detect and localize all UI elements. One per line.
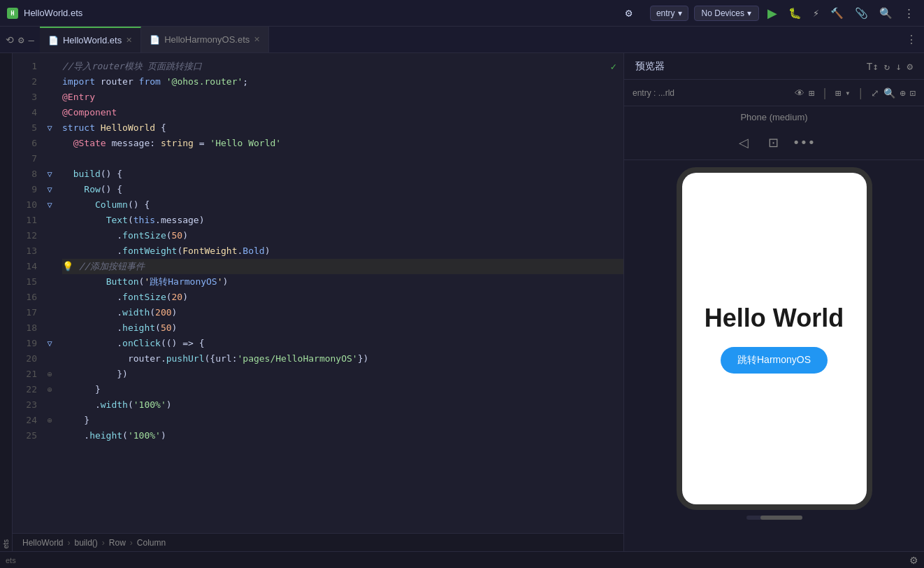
code-line-10: Column() { — [62, 197, 623, 213]
run-button[interactable]: ▶ — [765, 6, 780, 21]
status-file-type: ets — [6, 556, 16, 565]
preview-chevron-icon[interactable]: ▾ — [845, 88, 850, 98]
no-devices-label: No Devices — [702, 8, 744, 18]
tab-helloworld[interactable]: 📄 HelloWorld.ets ✕ — [40, 27, 141, 52]
preview-zoom-in-icon[interactable]: ⊕ — [900, 87, 905, 99]
preview-toolbar-sep-1: | — [821, 86, 828, 99]
tab-harmonyos-close[interactable]: ✕ — [254, 35, 260, 44]
preview-layers-icon[interactable]: ⊞ — [809, 87, 814, 99]
preview-more-icon[interactable]: ••• — [793, 135, 816, 150]
status-gear-icon[interactable]: ⚙ — [909, 555, 918, 566]
breadcrumb-item-2[interactable]: build() — [74, 538, 97, 548]
preview-rotate-button[interactable]: ⊡ — [763, 132, 784, 153]
preview-back-button[interactable]: ◁ — [733, 132, 754, 153]
preview-zoom-out-icon[interactable]: 🔍 — [883, 87, 895, 99]
preview-device-label: Phone (medium) — [624, 106, 924, 125]
tab-helloworld-close[interactable]: ✕ — [126, 36, 132, 45]
code-line-15: Button('跳转HarmonyOS') — [62, 274, 623, 290]
hint-bulb-icon: 💡 — [62, 259, 79, 274]
more-actions-icon[interactable]: ⋮ — [901, 7, 917, 20]
preview-grid-icon[interactable]: ⊞ — [835, 87, 841, 99]
code-line-19: .onClick(() => { — [62, 336, 623, 351]
code-line-8: build() { — [62, 166, 623, 182]
code-line-21: }) — [62, 367, 623, 382]
preview-font-icon[interactable]: T↕ — [867, 61, 879, 72]
code-line-11: Text(this.message) — [62, 213, 623, 228]
code-line-4: @Component — [62, 105, 623, 120]
code-line-25: .height('100%') — [62, 428, 623, 443]
settings-icon[interactable]: ⚙ — [626, 6, 633, 20]
code-line-9: Row() { — [62, 182, 623, 197]
breadcrumb-sep-2: › — [102, 538, 105, 548]
tab-left-actions: ⟲ ⚙ — — [0, 27, 40, 52]
code-line-17: .width(200) — [62, 305, 623, 320]
preview-content: Hello World 跳转HarmonyOS — [624, 160, 924, 551]
project-title: HelloWorld.ets — [24, 8, 82, 18]
profile-icon[interactable]: ⚡ — [810, 7, 822, 20]
code-line-1: //导入router模块 页面跳转接口 ✓ — [62, 59, 623, 74]
breadcrumb-item-3[interactable]: Row — [109, 538, 126, 548]
preview-eye-icon[interactable]: 👁 — [795, 87, 804, 99]
checkmark-icon: ✓ — [611, 59, 616, 74]
code-line-24: } — [62, 413, 623, 428]
code-line-16: .fontSize(20) — [62, 290, 623, 305]
search-icon[interactable]: 🔍 — [876, 7, 895, 20]
no-devices-chevron-icon: ▾ — [747, 8, 751, 18]
tabs-more-button[interactable]: ⋮ — [899, 27, 924, 52]
preview-scrollbar[interactable] — [746, 516, 802, 520]
code-line-2: import router from '@ohos.router'; — [62, 74, 623, 90]
left-sidebar: ets — [0, 53, 13, 551]
tab-file2-icon: 📄 — [150, 35, 160, 45]
code-line-12: .fontSize(50) — [62, 228, 623, 243]
sidebar-label: ets — [2, 534, 10, 548]
code-line-18: .height(50) — [62, 320, 623, 336]
jump-button[interactable]: 跳转HarmonyOS — [721, 347, 828, 374]
preview-header-actions: T↕ ↻ ↓ ⚙ — [867, 61, 913, 72]
preview-header: 预览器 T↕ ↻ ↓ ⚙ — [624, 53, 924, 80]
preview-title: 预览器 — [635, 60, 867, 73]
hello-world-text: Hello World — [705, 304, 844, 333]
preview-fit-icon[interactable]: ⊡ — [910, 87, 916, 99]
app-icon: H — [7, 8, 18, 19]
no-devices-dropdown[interactable]: No Devices ▾ — [694, 6, 759, 21]
tab-helloworld-label: HelloWorld.ets — [63, 35, 122, 45]
preview-download-icon[interactable]: ↓ — [895, 61, 901, 72]
tab-helloharmomy[interactable]: 📄 HelloHarmonyOS.ets ✕ — [141, 27, 269, 52]
entry-dropdown[interactable]: entry ▾ — [650, 6, 688, 21]
debug-icon[interactable]: 🐛 — [786, 7, 804, 20]
tab-harmonyos-label: HelloHarmonyOS.ets — [164, 34, 250, 45]
breadcrumb-bar: HelloWorld › build() › Row › Column — [13, 533, 623, 551]
code-line-3: @Entry — [62, 90, 623, 105]
build-icon[interactable]: 🔨 — [828, 7, 846, 20]
code-line-23: .width('100%') — [62, 397, 623, 413]
editor-content: 12345 678910 1112131415 1617181920 21222… — [13, 53, 623, 533]
code-line-5: struct HelloWorld { — [62, 120, 623, 136]
editor-area: 12345 678910 1112131415 1617181920 21222… — [13, 53, 623, 551]
preview-pane: 预览器 T↕ ↻ ↓ ⚙ entry : ...rld 👁 ⊞ | ⊞ ▾ | … — [623, 53, 924, 551]
breadcrumb-sep-1: › — [67, 538, 70, 548]
code-line-6: @State message: string = 'Hello World' — [62, 136, 623, 151]
line-numbers: 12345 678910 1112131415 1617181920 21222… — [13, 53, 44, 533]
tab-minimize-icon[interactable]: — — [28, 34, 34, 45]
tab-file-icon: 📄 — [48, 36, 59, 45]
status-bar: ets ⚙ — [0, 551, 924, 568]
navigate-back-icon[interactable]: ⟲ — [6, 34, 14, 45]
code-line-13: .fontWeight(FontWeight.Bold) — [62, 243, 623, 259]
preview-expand-icon[interactable]: ⤢ — [871, 87, 879, 99]
breadcrumb-item-1[interactable]: HelloWorld — [22, 538, 63, 548]
title-bar: H HelloWorld.ets ⚙ entry ▾ No Devices ▾ … — [0, 0, 924, 27]
code-line-22: } — [62, 382, 623, 397]
breadcrumb-item-4[interactable]: Column — [137, 538, 166, 548]
preview-toolbar-sep-2: | — [857, 86, 864, 99]
preview-refresh-icon[interactable]: ↻ — [884, 61, 890, 72]
tab-bar: ⟲ ⚙ — 📄 HelloWorld.ets ✕ 📄 HelloHarmonyO… — [0, 27, 924, 53]
attach-icon[interactable]: 📎 — [852, 7, 871, 20]
comment-router: //导入router模块 页面跳转接口 — [62, 59, 202, 74]
preview-entry-label: entry : ...rld — [633, 88, 674, 98]
phone-frame: Hello World 跳转HarmonyOS — [677, 167, 872, 510]
preview-controls: ◁ ⊡ ••• — [624, 125, 924, 160]
tab-settings-icon[interactable]: ⚙ — [18, 34, 24, 45]
preview-toolbar: entry : ...rld 👁 ⊞ | ⊞ ▾ | ⤢ 🔍 ⊕ ⊡ — [624, 80, 924, 106]
preview-settings-icon[interactable]: ⚙ — [907, 61, 913, 72]
code-editor[interactable]: //导入router模块 页面跳转接口 ✓ import router from… — [55, 53, 623, 533]
